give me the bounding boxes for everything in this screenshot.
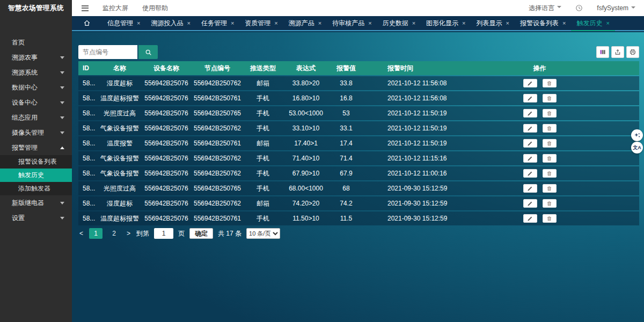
tab-home[interactable] (72, 16, 102, 30)
sidebar-item[interactable]: 溯源农事 (0, 50, 72, 65)
delete-icon (546, 201, 552, 207)
tab-item[interactable]: 溯源投入品× (145, 16, 195, 30)
cell-expression: 17.40>1 (284, 136, 327, 150)
edit-button[interactable] (523, 139, 537, 148)
tab-close-icon[interactable]: × (368, 20, 371, 26)
tab-close-icon[interactable]: × (412, 20, 415, 26)
tab-close-icon[interactable]: × (274, 20, 277, 26)
cell-name: 温度超标报警 (100, 91, 140, 105)
print-button[interactable] (626, 46, 639, 58)
next-page-button[interactable]: > (126, 230, 131, 237)
edit-button[interactable] (523, 184, 537, 193)
cell-alarm-time: 2021-09-30 15:12:59 (365, 181, 467, 195)
column-header: 报警时间 (365, 61, 467, 75)
delete-button[interactable] (543, 184, 557, 193)
cell-expression: 67.90>10 (284, 166, 327, 180)
export-button[interactable] (611, 46, 624, 58)
cell-node-id: 556942B250762 (193, 76, 241, 90)
goto-confirm-button[interactable]: 确定 (189, 228, 213, 239)
sidebar-item-label: 摄像头管理 (12, 128, 44, 137)
filter-columns-button[interactable] (596, 46, 609, 58)
goto-page-input[interactable] (154, 228, 173, 239)
topbar-link-monitor[interactable]: 监控大屏 (103, 4, 128, 13)
tab-close-icon[interactable]: × (137, 20, 140, 26)
tab-close-icon[interactable]: × (318, 20, 321, 26)
collapse-sidebar-icon[interactable] (82, 5, 89, 11)
prev-page-button[interactable]: < (78, 230, 84, 237)
topbar-link-help[interactable]: 使用帮助 (142, 4, 168, 13)
sidebar-item[interactable]: 新版继电器 (0, 195, 72, 210)
delete-button[interactable] (543, 124, 557, 133)
translate-button[interactable]: 文A (631, 142, 643, 153)
delete-button[interactable] (543, 169, 557, 178)
tab-item[interactable]: 列表显示× (471, 16, 515, 30)
delete-button[interactable] (543, 79, 557, 87)
edit-icon (527, 156, 533, 162)
delete-button[interactable] (543, 199, 557, 208)
column-header[interactable]: ID (78, 61, 100, 75)
edit-button[interactable] (523, 214, 537, 223)
search-button[interactable] (138, 45, 158, 59)
cell-alarm-value: 71.4 (327, 151, 365, 165)
tab-item[interactable]: 任务管理× (196, 16, 239, 30)
sidebar-item[interactable]: 设置 (0, 210, 72, 225)
tab-close-icon[interactable]: × (562, 20, 566, 26)
delete-button[interactable] (543, 109, 557, 118)
tab-item[interactable]: 信息管理× (102, 16, 145, 30)
tab-item[interactable]: 历史数据× (377, 16, 421, 30)
search-input[interactable] (78, 45, 137, 59)
language-selector[interactable]: 选择语言 (529, 4, 561, 13)
tab-close-icon[interactable]: × (606, 20, 609, 26)
cell-device-name: 556942B25076 (140, 166, 193, 180)
cell-operations (467, 121, 639, 135)
delete-button[interactable] (543, 214, 557, 223)
edit-button[interactable] (523, 199, 537, 208)
cell-node-id: 556942B250762 (193, 121, 241, 135)
cell-id: 58... (78, 196, 100, 210)
edit-button[interactable] (523, 94, 537, 103)
tab-item[interactable]: 待审核产品× (327, 16, 377, 30)
delete-button[interactable] (543, 139, 557, 148)
edit-button[interactable] (523, 109, 537, 118)
cell-id: 58... (78, 106, 100, 120)
sidebar-item[interactable]: 首页 (0, 35, 72, 50)
sidebar-submenu-item[interactable]: 添加触发器 (0, 182, 72, 195)
tab-item[interactable]: 触发历史× (571, 16, 614, 30)
tab-item[interactable]: 报警设备列表× (515, 16, 571, 30)
sidebar-item[interactable]: 数据中心 (0, 80, 72, 95)
page-button[interactable]: 2 (107, 228, 121, 239)
sort-icon[interactable] (91, 65, 94, 72)
tab-close-icon[interactable]: × (231, 20, 234, 26)
tab-item[interactable]: 溯源产品× (283, 16, 327, 30)
edit-button[interactable] (523, 169, 537, 178)
sidebar-item[interactable]: 溯源系统 (0, 65, 72, 80)
tab-close-icon[interactable]: × (506, 20, 509, 26)
cell-expression: 53.00<1000 (284, 106, 327, 120)
cell-expression: 71.40>10 (284, 151, 327, 165)
edit-button[interactable] (523, 79, 537, 87)
tab-close-icon[interactable]: × (187, 20, 190, 26)
sidebar-submenu-item[interactable]: 报警设备列表 (0, 155, 72, 169)
page-button[interactable]: 1 (89, 228, 103, 239)
tab-item[interactable]: 资质管理× (239, 16, 283, 30)
edit-button[interactable] (523, 154, 537, 163)
delete-button[interactable] (543, 154, 557, 163)
sidebar-item[interactable]: 设备中心 (0, 95, 72, 110)
cell-alarm-value: 74.2 (327, 196, 365, 210)
tab-item[interactable]: 图形化显示× (421, 16, 471, 30)
delete-button[interactable] (543, 94, 557, 103)
edit-button[interactable] (523, 124, 537, 133)
sidebar-item[interactable]: 报警管理 (0, 140, 72, 155)
cell-push-type: 手机 (241, 151, 284, 165)
ai-assistant-button[interactable] (631, 129, 643, 141)
sidebar-item[interactable]: 摄像头管理 (0, 125, 72, 140)
user-menu[interactable]: fsfySystem (597, 4, 635, 12)
cell-operations (467, 136, 639, 150)
edit-icon (527, 111, 533, 116)
clock-icon[interactable] (575, 4, 583, 12)
column-header: 报警值 (327, 61, 365, 75)
sidebar-item[interactable]: 组态应用 (0, 110, 72, 125)
tab-close-icon[interactable]: × (462, 20, 465, 26)
sidebar-submenu-item[interactable]: 触发历史 (0, 169, 72, 182)
page-size-select[interactable]: 10 条/页 (246, 228, 280, 239)
